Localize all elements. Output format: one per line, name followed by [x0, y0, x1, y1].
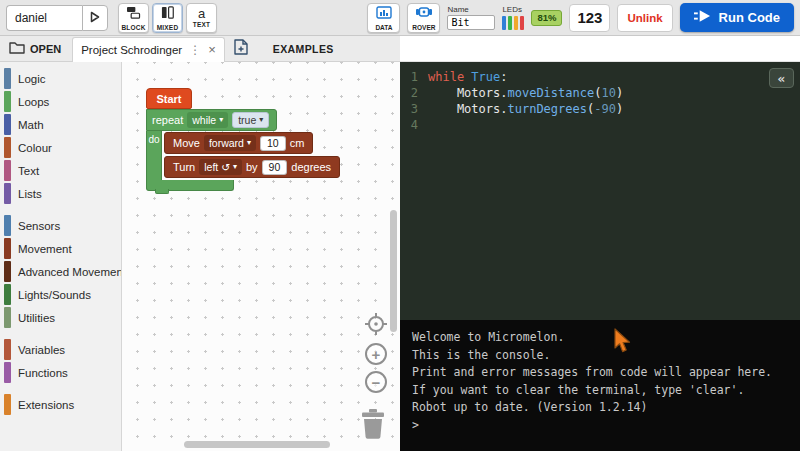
repeat-while-block[interactable]: repeat while true do Move forward 10 cm	[146, 109, 340, 191]
rover-number-display: 123	[569, 4, 610, 32]
vertical-scrollbar[interactable]	[390, 210, 397, 332]
block-mode-button[interactable]: BLOCK	[118, 3, 149, 33]
connection-cluster: DATA ROVER Name LEDs 81% 123 U	[367, 3, 794, 33]
toolbox-category-utilities[interactable]: Utilities	[0, 306, 121, 329]
category-color-strip	[4, 114, 11, 135]
category-label: Lights/Sounds	[18, 289, 91, 301]
category-label: Lists	[18, 188, 42, 200]
session-go-button[interactable]	[82, 5, 108, 31]
data-button[interactable]: DATA	[367, 3, 400, 33]
project-tab[interactable]: Project Schrodinger ⋮ ×	[72, 37, 225, 62]
new-file-button[interactable]	[227, 36, 255, 61]
console-line: Robot up to date. (Version 1.2.14)	[412, 399, 788, 417]
zoom-in-button[interactable]: +	[365, 343, 387, 365]
run-code-label: Run Code	[719, 10, 780, 25]
toolbox-category-advanced-movement[interactable]: Advanced Movement	[0, 260, 121, 283]
code-line[interactable]: 1while True:	[400, 69, 800, 85]
console-panel[interactable]: Welcome to Micromelon.This is the consol…	[400, 320, 800, 451]
trash-icon[interactable]	[360, 409, 386, 443]
led-bar	[520, 16, 524, 30]
repeat-mode-dropdown[interactable]: while	[187, 112, 228, 128]
horizontal-scrollbar[interactable]	[184, 441, 330, 448]
toolbox-category-loops[interactable]: Loops	[0, 90, 121, 113]
category-color-strip	[4, 68, 11, 89]
toolbox-category-variables[interactable]: Variables	[0, 338, 121, 361]
repeat-block-bottom[interactable]	[146, 180, 234, 191]
zoom-out-button[interactable]: −	[365, 371, 387, 393]
rover-name-input[interactable]	[447, 15, 495, 30]
run-play-icon	[694, 9, 711, 26]
do-label: do	[148, 134, 159, 145]
code-line[interactable]: 3 Motors.turnDegrees(-90)	[400, 101, 800, 117]
collapse-editor-button[interactable]: «	[769, 68, 794, 88]
run-code-button[interactable]: Run Code	[680, 3, 794, 32]
rover-number-value: 123	[577, 9, 602, 26]
code-line[interactable]: 2 Motors.moveDistance(10)	[400, 85, 800, 101]
move-direction-dropdown[interactable]: forward	[204, 135, 256, 151]
console-line: If you want to clear the terminal, type …	[412, 382, 788, 400]
turn-unit-label: degrees	[291, 161, 331, 173]
toolbox-category-movement[interactable]: Movement	[0, 237, 121, 260]
turn-direction-dropdown[interactable]: left ↺	[199, 159, 242, 175]
block-workspace[interactable]: Start repeat while true do Move forward	[122, 62, 400, 451]
console-line: Welcome to Micromelon.	[412, 329, 788, 347]
micromelon-ide: BLOCK MIXED a TEXT DATA	[0, 0, 800, 451]
code-text: Motors.turnDegrees(-90)	[428, 101, 623, 117]
session-input[interactable]	[6, 5, 82, 31]
tab-menu-icon[interactable]: ⋮	[189, 43, 201, 57]
toolbox-category-sensors[interactable]: Sensors	[0, 214, 121, 237]
turn-degrees-field[interactable]: 90	[262, 160, 288, 175]
text-mode-button[interactable]: a TEXT	[186, 3, 217, 33]
unlink-button[interactable]: Unlink	[617, 4, 672, 32]
toolbox-category-logic[interactable]: Logic	[0, 67, 121, 90]
repeat-condition-block[interactable]: true	[232, 112, 269, 128]
category-label: Utilities	[18, 312, 55, 324]
move-block[interactable]: Move forward 10 cm	[164, 132, 313, 154]
leds-group: LEDs	[502, 5, 524, 30]
toolbox-category-math[interactable]: Math	[0, 113, 121, 136]
toolbox-category-extensions[interactable]: Extensions	[0, 393, 121, 416]
line-number: 2	[400, 85, 428, 101]
rover-icon	[415, 5, 433, 23]
letter-a-icon: a	[198, 8, 205, 20]
line-number: 3	[400, 101, 428, 117]
move-label: Move	[173, 137, 200, 149]
mixed-mode-button[interactable]: MIXED	[152, 3, 183, 33]
led-bar	[514, 16, 518, 30]
category-label: Logic	[18, 73, 46, 85]
tab-close-icon[interactable]: ×	[208, 42, 216, 57]
code-editor[interactable]: 1while True:2 Motors.moveDistance(10)3 M…	[400, 62, 800, 320]
turn-block[interactable]: Turn left ↺ by 90 degrees	[164, 156, 340, 178]
toolbox-category-colour[interactable]: Colour	[0, 136, 121, 159]
category-color-strip	[4, 215, 11, 236]
toolbox-category-text[interactable]: Text	[0, 159, 121, 182]
code-line[interactable]: 4	[400, 117, 800, 133]
toolbox-category-functions[interactable]: Functions	[0, 361, 121, 384]
zoom-reset-button[interactable]	[364, 313, 388, 337]
category-color-strip	[4, 160, 11, 181]
rover-name-group: Name	[447, 5, 495, 30]
file-tab-bar: OPEN Project Schrodinger ⋮ × EXAMPLES	[0, 36, 400, 62]
open-button[interactable]: OPEN	[0, 36, 70, 61]
code-editor-lines: 1while True:2 Motors.moveDistance(10)3 M…	[400, 69, 800, 133]
mode-label: BLOCK	[121, 24, 145, 31]
category-label: Text	[18, 165, 39, 177]
toolbox-category-lists[interactable]: Lists	[0, 182, 121, 205]
leds-label: LEDs	[502, 5, 522, 14]
toolbox-category-lights-sounds[interactable]: Lights/Sounds	[0, 283, 121, 306]
led-bar	[502, 16, 506, 30]
block-stack[interactable]: Start repeat while true do Move forward	[146, 88, 340, 191]
rover-button[interactable]: ROVER	[407, 3, 440, 33]
category-label: Variables	[18, 344, 65, 356]
examples-tab[interactable]: EXAMPLES	[255, 43, 352, 55]
view-mode-toggle: BLOCK MIXED a TEXT	[118, 3, 217, 33]
category-color-strip	[4, 261, 11, 282]
new-file-icon	[234, 39, 248, 59]
category-label: Movement	[18, 243, 72, 255]
line-number: 4	[400, 117, 428, 133]
category-color-strip	[4, 394, 11, 415]
start-block[interactable]: Start	[146, 88, 192, 109]
category-label: Advanced Movement	[18, 266, 122, 278]
line-number: 1	[400, 69, 428, 85]
move-distance-field[interactable]: 10	[260, 136, 286, 151]
